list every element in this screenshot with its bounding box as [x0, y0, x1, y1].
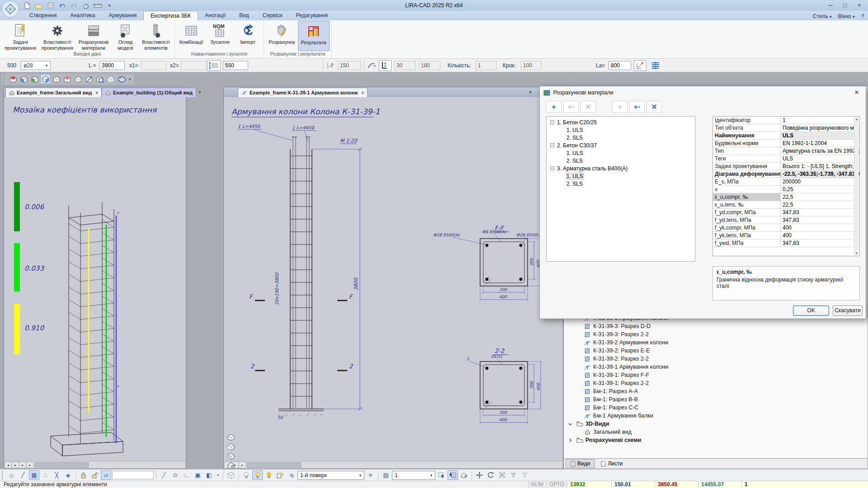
- middle-hscrollbar[interactable]: ◂▸▸: [224, 461, 562, 468]
- property-row[interactable]: Ідентифікатор1: [713, 117, 859, 124]
- hidden-line-view-icon[interactable]: [226, 442, 236, 451]
- collapse-icon[interactable]: −: [550, 166, 554, 170]
- toolbar-grip[interactable]: [4, 75, 6, 83]
- snap-line-icon[interactable]: ╱: [18, 470, 28, 480]
- add-material-button[interactable]: +: [546, 101, 561, 113]
- spacing-input[interactable]: [223, 61, 248, 70]
- view-left-icon[interactable]: [29, 74, 40, 84]
- property-row[interactable]: Задачі проектуванняВсього 1: - [ULS] 1. …: [713, 163, 859, 170]
- view-top-icon[interactable]: [8, 74, 18, 84]
- property-row[interactable]: ε_u,compr, ‰22,5: [713, 193, 859, 201]
- property-value[interactable]: 347,83: [781, 216, 859, 224]
- move-nodes-icon[interactable]: [497, 470, 507, 480]
- property-row[interactable]: ν0,25: [713, 186, 859, 193]
- scroll-thumb[interactable]: [247, 462, 301, 468]
- tree-item[interactable]: К-31-39-3: Разрез 2-2: [564, 330, 868, 338]
- property-value[interactable]: Поведінка розрахункового ма...: [781, 124, 859, 131]
- anchor-input[interactable]: [338, 61, 361, 70]
- scroll-mode-icon[interactable]: ▸: [12, 462, 19, 468]
- maximize-button[interactable]: □: [838, 1, 852, 10]
- lock-icon[interactable]: [78, 470, 89, 480]
- property-row[interactable]: ТегиULS: [713, 155, 859, 163]
- step-input[interactable]: [521, 61, 542, 70]
- menu-tab[interactable]: Армування: [102, 11, 144, 20]
- mosaic-canvas[interactable]: Мозаїка коефіцієнтів використання 0.006 …: [5, 97, 185, 460]
- design-tasks-button[interactable]: Задачіпроектування: [2, 21, 39, 51]
- tab-overflow-icon[interactable]: ▼: [196, 90, 203, 94]
- sync-model-icon[interactable]: [81, 1, 90, 9]
- zoom-view-icon[interactable]: [94, 74, 105, 84]
- ortho-indicator[interactable]: ОРТО: [546, 481, 567, 488]
- property-row[interactable]: E_s, МПа200000: [713, 178, 859, 186]
- snap-intersection-icon[interactable]: ╳: [52, 470, 62, 480]
- scroll-left-icon[interactable]: ◂: [5, 462, 12, 468]
- property-row[interactable]: Тип об'єктаПоведінка розрахункового ма..…: [713, 124, 859, 132]
- limit-state-node[interactable]: 1. ULS: [547, 149, 695, 157]
- property-value[interactable]: ULS: [781, 155, 859, 162]
- chevron-down-icon[interactable]: [566, 421, 574, 427]
- slab-plane-icon[interactable]: ▱: [101, 470, 111, 480]
- tree-item-general-view[interactable]: Загальний вид: [564, 428, 868, 436]
- collapse-icon[interactable]: −: [550, 143, 554, 147]
- x1-input[interactable]: [141, 61, 166, 70]
- la-input[interactable]: [609, 61, 631, 70]
- light-off-icon[interactable]: [241, 470, 251, 480]
- home-view-icon[interactable]: [459, 470, 469, 480]
- tree-item[interactable]: Бм-1: Разрез А-А: [564, 387, 868, 395]
- property-value[interactable]: 400: [781, 224, 859, 231]
- material-node[interactable]: −2. Бетон С30/37: [547, 141, 695, 149]
- calculate-button[interactable]: Розрахунок: [266, 21, 297, 51]
- bend1-input[interactable]: [394, 61, 416, 70]
- hook-bend-icon[interactable]: [379, 60, 392, 71]
- shaded-edges-view-icon[interactable]: [226, 461, 236, 470]
- light-scene-icon[interactable]: [275, 470, 285, 480]
- cancel-button[interactable]: Скасувати: [833, 305, 863, 316]
- style-menu[interactable]: Стиль ▾: [813, 13, 832, 19]
- window-menu[interactable]: Вікно ▾: [838, 13, 855, 19]
- ruler-icon[interactable]: [93, 1, 102, 9]
- tree-folder-3d-views[interactable]: 3D-Види: [564, 420, 868, 428]
- snap-points-icon[interactable]: ∴: [40, 470, 51, 480]
- property-row[interactable]: f_yd,tens, МПа347,83: [713, 216, 859, 224]
- floor-combo[interactable]: 1-й поверх▾: [297, 471, 364, 480]
- scroll-thumb[interactable]: [34, 462, 89, 468]
- bent-bar-icon[interactable]: [366, 60, 377, 71]
- property-value[interactable]: 22,5: [781, 193, 859, 201]
- scroll-mode-icon[interactable]: ▸: [26, 462, 33, 468]
- scroll-mode-icon[interactable]: ▸: [239, 462, 246, 468]
- property-value[interactable]: EN 1992-1-1:2004: [781, 140, 859, 147]
- x2-input[interactable]: [181, 61, 206, 70]
- property-row[interactable]: ε_u,tens, ‰22,5: [713, 201, 859, 209]
- add-behavior-disabled-button[interactable]: ++: [563, 101, 579, 113]
- view-right-icon[interactable]: [40, 74, 51, 84]
- scroll-up-icon[interactable]: ▲: [855, 117, 859, 121]
- dialog-close-icon[interactable]: ✕: [850, 88, 863, 97]
- add-state-disabled-button[interactable]: +: [612, 101, 627, 113]
- wireframe-view-icon[interactable]: [226, 432, 236, 442]
- tab-general-view[interactable]: Example_frame:Загальний вид ×: [5, 88, 102, 97]
- left-hscrollbar[interactable]: ◂▸▸▸: [5, 461, 185, 468]
- forces-button[interactable]: NQM Зусилля: [206, 21, 234, 51]
- property-row[interactable]: f_yk,compr, МПа400: [713, 224, 859, 232]
- paint-bucket-icon[interactable]: [286, 470, 297, 480]
- add-limit-state-button[interactable]: ++: [629, 101, 645, 113]
- element-properties-button[interactable]: Властивостіелементів: [139, 21, 172, 51]
- chevron-down-icon[interactable]: ▾: [215, 470, 221, 480]
- open-folder-icon[interactable]: [34, 1, 43, 9]
- property-value[interactable]: -22.5, -363.35;-1.739, -347.83;0, ...: [781, 170, 859, 178]
- tab-sheets[interactable]: Листи: [596, 459, 627, 468]
- rotate-icon[interactable]: [486, 470, 496, 480]
- view-back-icon[interactable]: [73, 74, 83, 84]
- minimize-button[interactable]: ─: [824, 1, 837, 10]
- diameter-combo[interactable]: ø28▾: [21, 61, 51, 70]
- property-value[interactable]: 347,83: [781, 209, 859, 216]
- new-document-icon[interactable]: [23, 1, 32, 9]
- light-yellow-icon[interactable]: [264, 470, 274, 480]
- filter-disabled-icon[interactable]: [508, 470, 519, 480]
- stirrup-spacing-icon[interactable]: [207, 60, 221, 71]
- length-input[interactable]: [99, 61, 125, 70]
- combinations-button[interactable]: Комбінації: [177, 21, 206, 51]
- scroll-mode-icon[interactable]: ▸: [19, 462, 26, 468]
- filter-table-icon[interactable]: ▤: [381, 470, 391, 480]
- delete-limit-state-button[interactable]: ✕: [646, 101, 662, 113]
